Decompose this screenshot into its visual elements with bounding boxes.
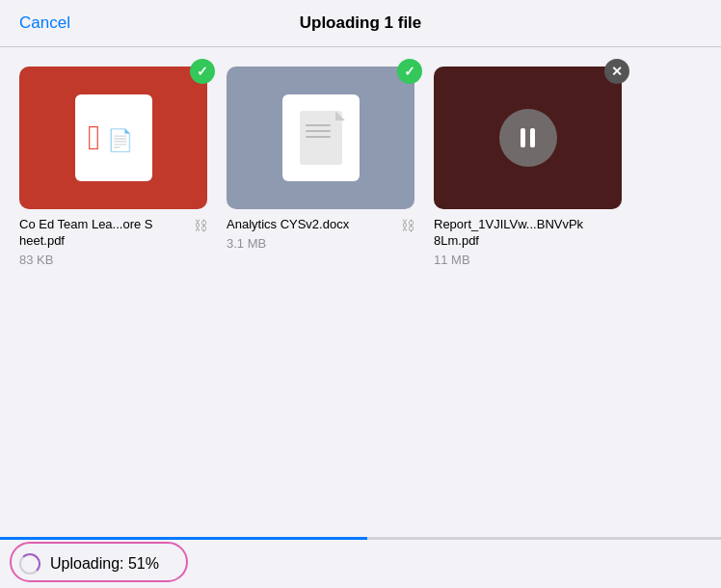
file-status-badge-2: ✓ <box>397 59 422 84</box>
cancel-button[interactable]: Cancel <box>19 13 70 33</box>
progress-bar-fill <box>0 537 367 540</box>
file-list:  📄 ✓ Co Ed Team Lea...ore Sheet.pdf ⛓ 8… <box>0 47 721 286</box>
docx-line <box>306 130 331 132</box>
link-icon-2[interactable]: ⛓ <box>401 218 414 233</box>
file-name-2: Analytics CYSv2.docx <box>227 217 396 233</box>
bottom-section: Uploading: 51% <box>0 537 721 588</box>
progress-bar-track <box>0 537 721 540</box>
file-card-2: ✓ Analytics CYSv2.docx ⛓ 3.1 MB <box>227 67 414 251</box>
file-size-2: 3.1 MB <box>227 236 414 251</box>
header: Cancel Uploading 1 file <box>0 0 721 46</box>
docx-line <box>306 136 331 138</box>
file-thumb-2: ✓ <box>227 67 414 209</box>
file-info-2: Analytics CYSv2.docx ⛓ <box>227 217 414 233</box>
file-card-3: ✕ Report_1VJILVw...BNVvPk8Lm.pdf 11 MB <box>434 67 622 267</box>
link-icon-1[interactable]: ⛓ <box>194 218 207 233</box>
thumb-inner-1:  📄 <box>75 94 152 181</box>
file-card-1:  📄 ✓ Co Ed Team Lea...ore Sheet.pdf ⛓ 8… <box>19 67 207 267</box>
pause-bar-left <box>521 128 525 147</box>
file-name-3: Report_1VJILVw...BNVvPk8Lm.pdf <box>434 217 622 250</box>
file-name-1: Co Ed Team Lea...ore Sheet.pdf <box>19 217 189 250</box>
file-info-1: Co Ed Team Lea...ore Sheet.pdf ⛓ <box>19 217 207 250</box>
page-title: Uploading 1 file <box>300 13 422 33</box>
pause-icon <box>521 128 535 147</box>
pause-button[interactable] <box>499 109 557 167</box>
bottom-status: Uploading: 51% <box>0 540 721 588</box>
pdf-symbol-1: 📄 <box>100 117 139 159</box>
file-remove-button-3[interactable]: ✕ <box>604 59 629 84</box>
docx-icon <box>297 109 345 167</box>
upload-spinner <box>19 553 40 575</box>
docx-corner <box>335 111 345 120</box>
file-status-badge-1: ✓ <box>190 59 215 84</box>
file-thumb-3: ✕ <box>434 67 622 209</box>
file-info-3: Report_1VJILVw...BNVvPk8Lm.pdf <box>434 217 622 250</box>
file-thumb-1:  📄 ✓ <box>19 67 207 209</box>
svg-text:📄: 📄 <box>107 127 134 153</box>
pdf-icon-1:  <box>88 118 100 158</box>
thumb-inner-2 <box>282 94 360 181</box>
file-size-3: 11 MB <box>434 253 622 267</box>
pause-bar-right <box>530 128 535 147</box>
docx-line <box>306 124 331 126</box>
uploading-label: Uploading: 51% <box>50 555 159 573</box>
file-size-1: 83 KB <box>19 253 207 267</box>
docx-lines <box>306 124 331 138</box>
